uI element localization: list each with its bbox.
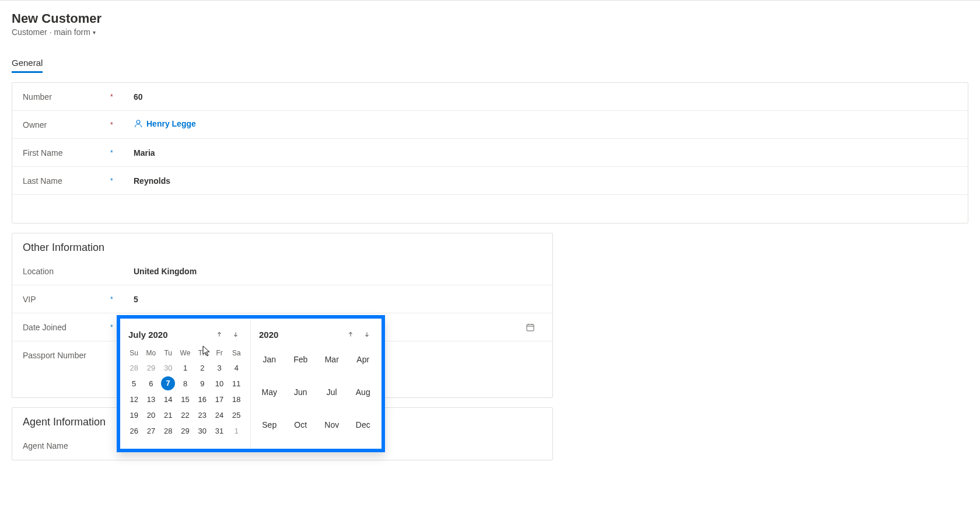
owner-value[interactable]: Henry Legge xyxy=(134,119,957,130)
calendar-day[interactable]: 1 xyxy=(229,424,244,438)
calendar-day[interactable]: 12 xyxy=(126,392,142,407)
prev-month-arrow-icon[interactable] xyxy=(213,328,226,341)
breadcrumb-separator: · xyxy=(50,27,52,37)
datepicker-day-grid: SuMoTuWeThFrSa28293012345678910111213141… xyxy=(126,347,244,438)
vip-label: VIP xyxy=(23,295,110,304)
svg-point-0 xyxy=(136,120,140,124)
calendar-day[interactable]: 26 xyxy=(126,424,142,438)
calendar-day[interactable]: 25 xyxy=(229,408,244,422)
calendar-day[interactable]: 11 xyxy=(229,376,244,391)
calendar-day[interactable]: 17 xyxy=(211,392,227,407)
calendar-day[interactable]: 27 xyxy=(143,424,159,438)
chevron-down-icon[interactable]: ▾ xyxy=(93,29,96,36)
calendar-day[interactable]: 23 xyxy=(194,408,210,422)
calendar-day-selected[interactable]: 7 xyxy=(161,376,175,390)
next-year-arrow-icon[interactable] xyxy=(360,328,373,341)
calendar-month-sep[interactable]: Sep xyxy=(257,418,282,432)
calendar-day[interactable]: 10 xyxy=(211,376,227,391)
calendar-day[interactable]: 2 xyxy=(194,361,210,375)
calendar-day[interactable]: 22 xyxy=(177,408,193,422)
owner-lookup-link[interactable]: Henry Legge xyxy=(134,119,196,128)
datepicker-day-pane: July 2020 SuMoTuWeThFrSa2829301234567891… xyxy=(120,319,251,449)
recommended-indicator: * xyxy=(110,149,134,157)
svg-rect-1 xyxy=(527,324,534,331)
first-name-label: First Name xyxy=(23,148,110,158)
calendar-month-apr[interactable]: Apr xyxy=(351,352,376,366)
calendar-month-mar[interactable]: Mar xyxy=(319,352,345,366)
owner-name[interactable]: Henry Legge xyxy=(146,119,196,128)
breadcrumb-entity: Customer xyxy=(12,27,47,37)
owner-label: Owner xyxy=(23,120,110,130)
datepicker-popup[interactable]: July 2020 SuMoTuWeThFrSa2829301234567891… xyxy=(117,315,385,452)
datepicker-year-label[interactable]: 2020 xyxy=(259,330,278,340)
field-last-name[interactable]: Last Name * Reynolds xyxy=(12,167,968,195)
calendar-day[interactable]: 21 xyxy=(160,408,176,422)
calendar-month-dec[interactable]: Dec xyxy=(351,418,376,432)
calendar-day[interactable]: 16 xyxy=(194,392,210,407)
dow-header: Su xyxy=(126,347,142,359)
calendar-day[interactable]: 18 xyxy=(229,392,244,407)
datepicker-month-pane: 2020 JanFebMarAprMayJunJulAugSepOctNovDe… xyxy=(251,319,382,449)
calendar-month-oct[interactable]: Oct xyxy=(288,418,314,432)
dow-header: Tu xyxy=(160,347,176,359)
other-info-title: Other Information xyxy=(12,233,552,257)
breadcrumb: Customer · main form ▾ xyxy=(12,27,968,37)
field-location[interactable]: Location United Kingdom xyxy=(12,257,552,285)
calendar-day[interactable]: 31 xyxy=(211,424,227,438)
date-joined-label: Date Joined xyxy=(23,323,110,332)
calendar-day[interactable]: 19 xyxy=(126,408,142,422)
dow-header: Mo xyxy=(143,347,159,359)
calendar-month-may[interactable]: May xyxy=(257,385,282,399)
calendar-day[interactable]: 15 xyxy=(177,392,193,407)
calendar-month-jul[interactable]: Jul xyxy=(319,385,345,399)
dow-header: Sa xyxy=(229,347,244,359)
next-month-arrow-icon[interactable] xyxy=(229,328,242,341)
calendar-day[interactable]: 8 xyxy=(177,376,193,391)
calendar-day[interactable]: 14 xyxy=(160,392,176,407)
calendar-day[interactable]: 4 xyxy=(229,361,244,375)
calendar-day[interactable]: 28 xyxy=(126,361,142,375)
breadcrumb-form[interactable]: main form xyxy=(54,27,90,37)
page-title: New Customer xyxy=(12,11,968,26)
calendar-day[interactable]: 30 xyxy=(160,361,176,375)
recommended-indicator: * xyxy=(110,177,134,185)
calendar-day[interactable]: 29 xyxy=(143,361,159,375)
calendar-day[interactable]: 6 xyxy=(143,376,159,391)
calendar-day[interactable]: 13 xyxy=(143,392,159,407)
prev-year-arrow-icon[interactable] xyxy=(344,328,357,341)
calendar-day[interactable]: 30 xyxy=(194,424,210,438)
person-icon xyxy=(134,119,143,128)
calendar-month-jan[interactable]: Jan xyxy=(257,352,282,366)
field-first-name[interactable]: First Name * Maria xyxy=(12,139,968,167)
calendar-month-aug[interactable]: Aug xyxy=(351,385,376,399)
tab-general[interactable]: General xyxy=(12,54,43,73)
dow-header: We xyxy=(177,347,193,359)
calendar-day[interactable]: 9 xyxy=(194,376,210,391)
calendar-month-jun[interactable]: Jun xyxy=(288,385,314,399)
last-name-label: Last Name xyxy=(23,176,110,186)
datepicker-month-label[interactable]: July 2020 xyxy=(128,330,168,340)
field-number[interactable]: Number * 60 xyxy=(12,83,968,111)
calendar-month-nov[interactable]: Nov xyxy=(319,418,345,432)
datepicker-year-header: 2020 xyxy=(257,326,376,347)
first-name-value[interactable]: Maria xyxy=(134,148,957,158)
calendar-day[interactable]: 28 xyxy=(160,424,176,438)
calendar-icon[interactable] xyxy=(526,323,535,332)
last-name-value[interactable]: Reynolds xyxy=(134,176,957,186)
form-tabs: General xyxy=(12,54,968,73)
calendar-day[interactable]: 29 xyxy=(177,424,193,438)
number-value[interactable]: 60 xyxy=(134,92,957,102)
calendar-day[interactable]: 1 xyxy=(177,361,193,375)
vip-value[interactable]: 5 xyxy=(134,295,542,304)
calendar-day[interactable]: 5 xyxy=(126,376,142,391)
field-vip[interactable]: VIP * 5 xyxy=(12,285,552,313)
calendar-day[interactable]: 24 xyxy=(211,408,227,422)
calendar-month-feb[interactable]: Feb xyxy=(288,352,314,366)
calendar-day[interactable]: 20 xyxy=(143,408,159,422)
section-general: Number * 60 Owner * Henry Legge First Na… xyxy=(12,82,968,223)
calendar-day[interactable]: 3 xyxy=(211,361,227,375)
form-header: New Customer Customer · main form ▾ xyxy=(12,1,968,40)
field-owner[interactable]: Owner * Henry Legge xyxy=(12,111,968,139)
location-value[interactable]: United Kingdom xyxy=(134,267,542,276)
required-indicator: * xyxy=(110,93,134,101)
